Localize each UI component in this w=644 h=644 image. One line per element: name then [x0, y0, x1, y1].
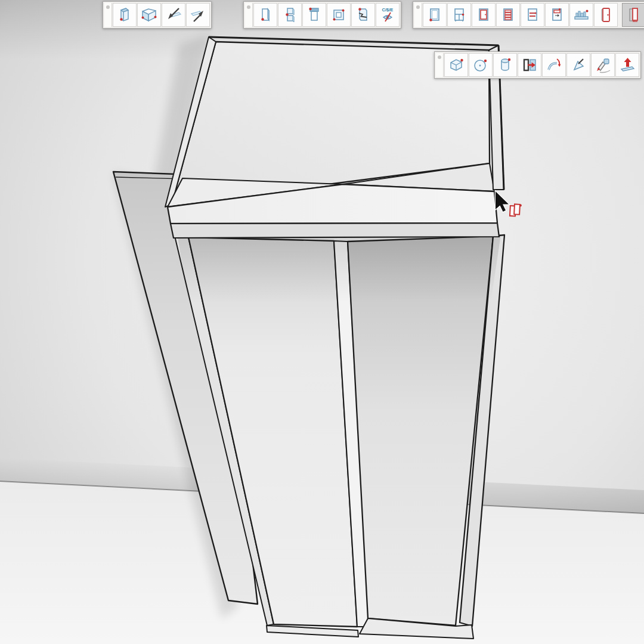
cost-visibility-icon: C/$/E [379, 6, 397, 24]
cut-panel-button[interactable] [351, 3, 375, 27]
circle-icon [472, 56, 490, 74]
move-panel-out-icon [521, 56, 538, 74]
toolbar-cabinet-tools [413, 1, 644, 29]
toolbar-drag-handle[interactable] [414, 3, 422, 27]
cabinet-top-drawer-button[interactable] [545, 3, 569, 27]
vertical-board-icon [116, 6, 134, 24]
sliding-door-icon [625, 6, 643, 24]
cabinet-carcass-button[interactable] [423, 3, 447, 27]
insert-board-button[interactable] [162, 3, 185, 27]
cut-panel-icon [354, 6, 372, 24]
door-button[interactable] [594, 3, 618, 27]
circle-button[interactable] [469, 53, 493, 77]
single-panel-icon [256, 6, 274, 24]
cabinet-door-icon [475, 6, 493, 24]
cabinet-shelf-icon [524, 6, 541, 24]
shelf-with-items-button[interactable] [569, 3, 593, 27]
door-icon [597, 6, 615, 24]
cabinet-shelf-button[interactable] [521, 3, 544, 27]
corner-boards-button[interactable] [137, 3, 161, 27]
toolbar-draw-tools [434, 51, 641, 79]
frame-panels-icon [330, 6, 348, 24]
corner-boards-icon [140, 6, 158, 24]
cabinet-drawers-button[interactable] [496, 3, 520, 27]
toolbar-drag-handle[interactable] [245, 3, 253, 27]
viewport-3d[interactable] [0, 0, 644, 644]
box-3d-button[interactable] [444, 53, 468, 77]
toolbar-panel-edit: C/$/E [243, 1, 401, 29]
cabinet-top-drawer-icon [548, 6, 566, 24]
under-rail-shadow [178, 234, 501, 303]
app-window: C/$/E [0, 0, 644, 644]
cabinet-drawers-icon [499, 6, 517, 24]
top-panel-icon [305, 6, 323, 24]
top-panel-button[interactable] [302, 3, 326, 27]
cylinder-button[interactable] [493, 53, 517, 77]
extract-board-button[interactable] [186, 3, 210, 27]
trowel-arrow-icon [569, 56, 587, 74]
box-3d-icon [447, 56, 465, 74]
bend-pipe-button[interactable] [542, 53, 566, 77]
glue-apply-icon [594, 56, 612, 74]
toolbar-drag-handle[interactable] [104, 3, 112, 27]
split-panel-button[interactable] [278, 3, 302, 27]
cabinet-carcass-icon [426, 6, 444, 24]
cabinet-door-button[interactable] [472, 3, 496, 27]
cabinet-shelves-icon [450, 6, 468, 24]
cylinder-icon [496, 56, 514, 74]
cabinet-shelves-button[interactable] [447, 3, 471, 27]
toolbar-board-tools [103, 1, 212, 29]
toggle-cost-visibility-button[interactable]: C/$/E [376, 3, 400, 27]
raise-board-button[interactable] [615, 53, 639, 77]
extract-board-arrow-icon [189, 6, 207, 24]
vertical-board-button[interactable] [113, 3, 137, 27]
raise-board-icon [618, 56, 636, 74]
insert-board-arrow-icon [165, 6, 182, 24]
frame-panels-button[interactable] [327, 3, 351, 27]
toolbar-drag-handle[interactable] [436, 53, 444, 77]
glue-apply-button[interactable] [591, 53, 615, 77]
shelf-with-items-icon [572, 6, 590, 24]
split-panel-icon [281, 6, 299, 24]
front-rail-lower-strip[interactable] [171, 223, 499, 238]
bend-pipe-icon [545, 56, 563, 74]
sliding-door-tool-badge [510, 204, 522, 216]
trowel-arrow-button[interactable] [566, 53, 590, 77]
sliding-door-button[interactable] [622, 3, 644, 27]
single-panel-button[interactable] [253, 3, 277, 27]
csve-label: C/$/E [382, 7, 394, 13]
move-panel-out-button[interactable] [518, 53, 541, 77]
